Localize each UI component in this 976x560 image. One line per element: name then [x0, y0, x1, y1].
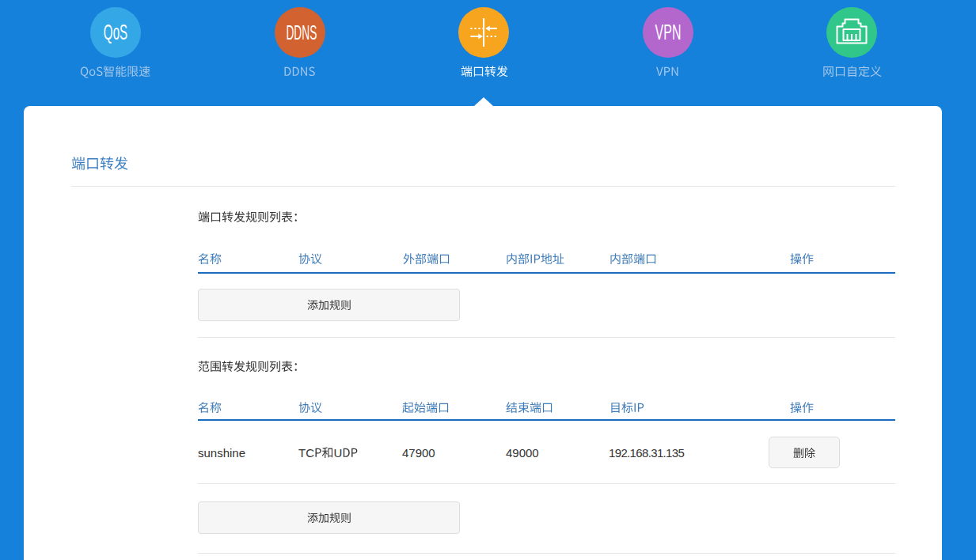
- svg-text:sunshine: sunshine: [198, 446, 245, 460]
- svg-text:47900: 47900: [402, 446, 435, 460]
- svg-text:192.168.31.135: 192.168.31.135: [609, 446, 684, 460]
- svg-text:49000: 49000: [506, 446, 539, 460]
- svg-text:TC: TC: [298, 446, 314, 460]
- svg-text:U: U: [334, 446, 343, 460]
